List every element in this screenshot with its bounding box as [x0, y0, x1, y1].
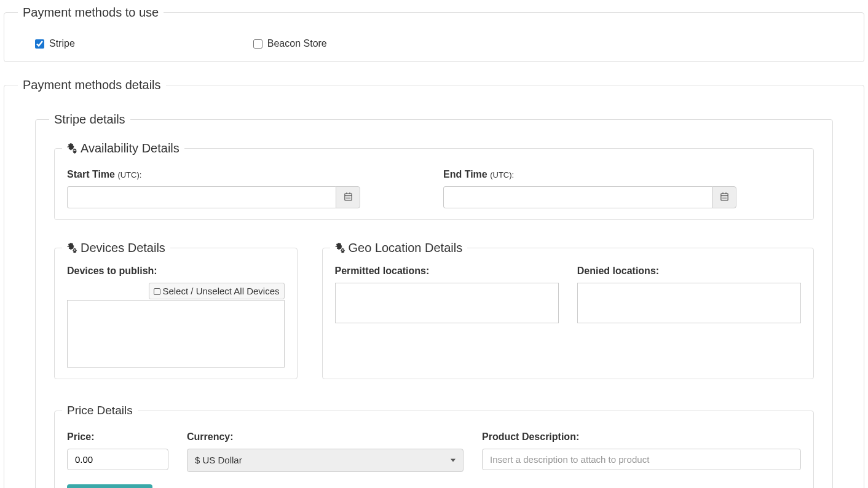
start-time-input[interactable] — [67, 186, 336, 208]
product-description-label: Product Description: — [482, 431, 801, 443]
end-time-input[interactable] — [443, 186, 712, 208]
calendar-icon — [720, 192, 729, 203]
beacon-checkbox-text: Beacon Store — [267, 38, 327, 49]
gears-icon — [335, 241, 346, 254]
end-time-calendar-button[interactable] — [712, 186, 736, 208]
availability-details-fieldset: Availability Details Start Time (UTC): — [54, 141, 814, 220]
currency-select[interactable]: $ US Dollar — [187, 449, 464, 472]
availability-details-legend: Availability Details — [62, 141, 184, 155]
checkbox-empty-icon — [154, 288, 160, 295]
devices-listbox[interactable] — [67, 300, 285, 368]
stripe-details-legend: Stripe details — [49, 112, 130, 127]
denied-locations-label: Denied locations: — [577, 266, 801, 277]
price-details-fieldset: Price Details Price: Currency: $ US Doll… — [54, 404, 814, 488]
stripe-checkbox[interactable] — [35, 39, 44, 49]
price-label: Price: — [67, 431, 168, 443]
start-time-calendar-button[interactable] — [336, 186, 360, 208]
geo-location-details-fieldset: Geo Location Details Permitted locations… — [322, 240, 814, 379]
beacon-checkbox[interactable] — [253, 39, 262, 49]
geo-location-details-legend: Geo Location Details — [330, 240, 468, 255]
stripe-details-fieldset: Stripe details Availability Details Star… — [35, 112, 833, 488]
payment-methods-to-use-fieldset: Payment methods to use Stripe Beacon Sto… — [4, 5, 864, 62]
currency-label: Currency: — [187, 431, 464, 443]
payment-methods-details-legend: Payment methods details — [18, 77, 166, 92]
caret-down-icon — [451, 458, 456, 462]
currency-selected-value: $ US Dollar — [195, 455, 242, 465]
devices-details-legend: Devices Details — [62, 240, 170, 255]
permitted-locations-label: Permitted locations: — [335, 266, 559, 277]
payment-methods-to-use-legend: Payment methods to use — [18, 5, 164, 20]
gears-icon — [67, 241, 78, 254]
start-time-label: Start Time (UTC): — [67, 169, 425, 180]
stripe-checkbox-text: Stripe — [49, 38, 75, 49]
devices-details-fieldset: Devices Details Devices to publish: Sele… — [54, 240, 298, 379]
devices-publish-label: Devices to publish: — [67, 266, 285, 277]
add-currency-button[interactable]: + Add Currency — [67, 484, 152, 488]
calendar-icon — [344, 192, 353, 203]
gears-icon — [67, 141, 78, 155]
beacon-checkbox-label[interactable]: Beacon Store — [253, 38, 327, 49]
select-all-devices-button[interactable]: Select / Unselect All Devices — [149, 283, 284, 299]
denied-locations-listbox[interactable] — [577, 283, 801, 323]
end-time-label: End Time (UTC): — [443, 169, 801, 180]
permitted-locations-listbox[interactable] — [335, 283, 559, 323]
payment-methods-details-fieldset: Payment methods details Stripe details A… — [4, 77, 864, 488]
price-details-legend: Price Details — [62, 404, 138, 418]
price-input[interactable] — [67, 449, 168, 470]
stripe-checkbox-label[interactable]: Stripe — [35, 38, 75, 49]
product-description-input[interactable] — [482, 449, 801, 470]
